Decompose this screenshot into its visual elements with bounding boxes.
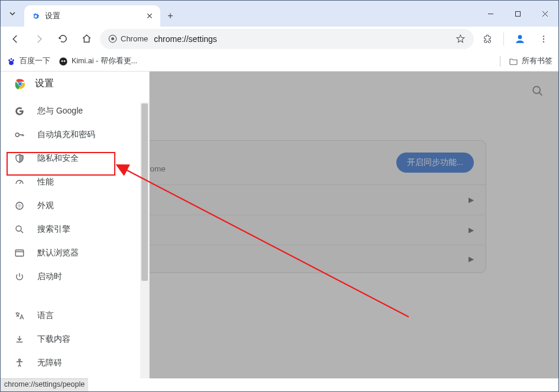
back-button[interactable]	[5, 29, 25, 49]
bookmark-label: Kimi.ai - 帮你看更...	[72, 56, 137, 66]
chevron-right-icon: ▶	[468, 226, 474, 234]
all-bookmarks-button[interactable]: 所有书签	[509, 56, 552, 66]
sidebar-item-accessibility[interactable]: 无障碍	[1, 351, 149, 375]
sidebar-item-label: 下载内容	[37, 334, 70, 345]
bookmark-label: 百度一下	[20, 56, 50, 66]
svg-rect-18	[15, 250, 24, 257]
bookmarks-bar: 百度一下 Kimi.ai - 帮你看更... 所有书签	[1, 51, 558, 72]
accessibility-icon	[14, 358, 25, 368]
titlebar: 设置 ✕ +	[1, 1, 558, 27]
palette-icon	[14, 200, 25, 211]
drawer-header: 设置	[1, 72, 149, 96]
svg-point-5	[543, 38, 544, 39]
svg-point-19	[19, 359, 21, 361]
sidebar-item-label: 性能	[37, 177, 54, 187]
sidebar-item-performance[interactable]: 性能	[1, 170, 149, 194]
url-text: chrome://settings	[154, 34, 217, 44]
svg-point-7	[59, 57, 67, 65]
close-tab-button[interactable]: ✕	[146, 11, 153, 21]
address-bar-row: Chrome chrome://settings	[1, 27, 558, 51]
browser-window-icon	[14, 248, 25, 258]
kimi-icon	[59, 57, 68, 66]
window-controls	[477, 1, 558, 27]
settings-drawer: 设置 您与 Google 自动填充和密码 隐私和安全 性能 外观	[1, 72, 150, 378]
tabs-dropdown-button[interactable]	[1, 1, 24, 27]
close-window-button[interactable]	[531, 1, 558, 27]
search-icon	[14, 224, 25, 235]
download-icon	[14, 334, 25, 345]
drawer-list: 您与 Google 自动填充和密码 隐私和安全 性能 外观 搜索引擎	[1, 96, 149, 378]
svg-point-9	[64, 60, 66, 62]
content-area: Google 的智能技术 同步并个性化设置 Chrome 开启同步功能... 服…	[1, 72, 558, 378]
translate-icon	[14, 310, 25, 321]
tab-title: 设置	[45, 11, 60, 21]
sidebar-item-label: 默认浏览器	[37, 248, 79, 258]
sidebar-item-label: 启动时	[37, 271, 62, 282]
sidebar-item-label: 无障碍	[37, 358, 62, 368]
sidebar-item-downloads[interactable]: 下载内容	[1, 328, 149, 351]
sidebar-item-you-and-google[interactable]: 您与 Google	[1, 99, 149, 123]
chrome-logo-icon	[14, 77, 27, 90]
site-chip-label: Chrome	[121, 34, 148, 43]
bookmark-star-button[interactable]	[455, 34, 466, 44]
bookmark-item[interactable]: 百度一下	[7, 56, 50, 66]
status-bar: chrome://settings/people	[1, 378, 88, 391]
speedometer-icon	[14, 177, 25, 187]
baidu-icon	[7, 57, 16, 66]
svg-point-8	[62, 60, 63, 62]
browser-tab[interactable]: 设置 ✕	[24, 5, 160, 27]
site-chip[interactable]: Chrome	[108, 34, 148, 43]
forward-button[interactable]	[29, 29, 49, 49]
separator	[503, 33, 504, 46]
google-g-icon	[14, 106, 25, 116]
sidebar-item-appearance[interactable]: 外观	[1, 194, 149, 218]
gear-icon	[31, 12, 40, 21]
sidebar-item-search-engine[interactable]: 搜索引擎	[1, 218, 149, 241]
all-bookmarks-label: 所有书签	[522, 56, 552, 66]
folder-icon	[509, 57, 518, 66]
chevron-right-icon: ▶	[468, 196, 474, 204]
sidebar-item-default-browser[interactable]: 默认浏览器	[1, 241, 149, 265]
svg-point-3	[518, 35, 522, 39]
search-icon	[531, 85, 544, 98]
sidebar-item-label: 外观	[37, 200, 54, 211]
sidebar-item-on-startup[interactable]: 启动时	[1, 265, 149, 289]
url-box[interactable]: Chrome chrome://settings	[100, 29, 474, 49]
bookmark-item[interactable]: Kimi.ai - 帮你看更...	[59, 56, 137, 66]
svg-point-10	[533, 86, 540, 93]
svg-point-14	[19, 82, 22, 85]
reload-button[interactable]	[53, 29, 73, 49]
extensions-button[interactable]	[477, 29, 497, 49]
svg-point-15	[15, 133, 19, 137]
drawer-title: 设置	[35, 77, 54, 90]
minimize-button[interactable]	[477, 1, 504, 27]
svg-point-4	[543, 35, 544, 37]
enable-sync-button[interactable]: 开启同步功能...	[396, 153, 474, 173]
sidebar-item-label: 搜索引擎	[37, 224, 70, 235]
svg-point-17	[16, 226, 21, 231]
svg-rect-0	[515, 11, 520, 16]
key-icon	[14, 129, 25, 140]
sidebar-item-label: 隐私和安全	[37, 153, 79, 164]
menu-button[interactable]	[534, 29, 554, 49]
chrome-icon	[108, 34, 117, 43]
sidebar-item-label: 您与 Google	[37, 106, 83, 116]
power-icon	[14, 271, 25, 282]
status-text: chrome://settings/people	[4, 380, 85, 388]
new-tab-button[interactable]: +	[160, 5, 180, 27]
maximize-button[interactable]	[504, 1, 531, 27]
sidebar-item-label: 自动填充和密码	[37, 129, 95, 140]
sidebar-item-label: 语言	[37, 310, 54, 321]
sidebar-item-autofill[interactable]: 自动填充和密码	[1, 123, 149, 147]
sync-button-label: 开启同步功能...	[407, 158, 463, 167]
svg-point-2	[111, 37, 114, 40]
sidebar-item-languages[interactable]: 语言	[1, 304, 149, 328]
sidebar-item-privacy-security[interactable]: 隐私和安全	[1, 147, 149, 170]
separator	[500, 56, 500, 67]
chevron-right-icon: ▶	[468, 255, 474, 263]
home-button[interactable]	[76, 29, 96, 49]
profile-button[interactable]	[510, 29, 530, 49]
shield-icon	[14, 153, 25, 164]
svg-point-6	[543, 41, 544, 42]
